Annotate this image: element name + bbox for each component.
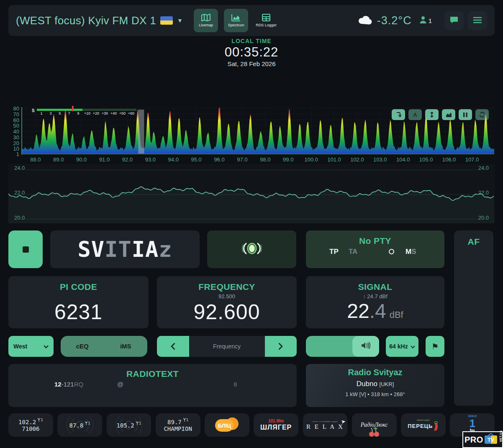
perets-logo: смачне радіоПЕРЕЦЬ [408, 419, 439, 431]
station-preset-87.8[interactable]: 87.81 [57, 413, 102, 437]
local-time-widget: LOCAL TIME 00:35:22 Sat, 28 Feb 2026 [0, 38, 503, 67]
tv-icon: TV [483, 433, 498, 446]
spectrum-resize-button[interactable] [425, 109, 439, 120]
ps-name-panel: SVITIAz [50, 230, 200, 268]
server-select[interactable]: (WEST focus) Kyiv FM DX 1 ▼ [16, 14, 183, 27]
menu-button[interactable] [468, 11, 487, 30]
svg-text:TV: TV [488, 437, 494, 443]
station-preset-89.7[interactable]: 89.71CHAMPION [156, 413, 200, 437]
ims-toggle[interactable]: iMS [104, 336, 148, 357]
tx-station-name: Radio Svityaz [306, 368, 444, 377]
signal-peak: ↑ 24.7 dBf [306, 293, 444, 300]
chat-icon [449, 16, 459, 26]
previous-frequency: 92.500 [157, 293, 297, 300]
af-list-panel: AF [454, 230, 493, 406]
livemap-button[interactable]: Livemap [194, 9, 218, 32]
spectrum-refresh-button[interactable] [475, 109, 489, 120]
ps-name: SVITIAz [77, 237, 172, 262]
transmitter-info-panel[interactable]: Radio Svityaz Dubno [UKR] 1 kW [V] ▪ 318… [306, 364, 444, 407]
rds-logger-button[interactable]: RDS Logger [254, 9, 278, 32]
signal-tick-right-24: 24.0 [478, 165, 489, 171]
hamburger-icon [473, 17, 482, 25]
tp-flag: TP [329, 248, 339, 256]
spectrum-toolbar: A [392, 109, 489, 120]
blits-logo: БЛІЦ [214, 417, 239, 433]
radiotext-panel: RADIOTEXT 12-121RQ @ 8 [8, 364, 297, 407]
spectrum-label: Spectrum [228, 23, 244, 27]
local-date-value: Sat, 28 Feb 2026 [0, 60, 503, 67]
station-preset-БЛІЦ[interactable]: БЛІЦ [205, 413, 249, 437]
frequency-input[interactable] [189, 336, 265, 357]
station-preset-РадіоЛюкс[interactable]: РадіоЛюкс [352, 413, 397, 437]
spectrum-pause-button[interactable] [459, 109, 472, 120]
pi-code-value: 6231 [8, 302, 149, 323]
station-preset-ПЕРЕЦЬ[interactable]: смачне радіоПЕРЕЦЬ [401, 413, 446, 437]
signal-tick-left-24: 24.0 [14, 165, 25, 171]
stop-icon [23, 246, 29, 253]
ukraine-flag-icon [160, 16, 173, 25]
header-bar: (WEST focus) Kyiv FM DX 1 ▼ Livemap Spec… [8, 5, 495, 36]
signal-tick-left-22: 22.0 [14, 189, 25, 196]
pi-code-label: PI CODE [8, 282, 149, 292]
s-meter-marker [72, 106, 74, 111]
chat-button[interactable] [444, 11, 464, 30]
temperature-value: -3.2°C [377, 14, 412, 27]
local-time-value: 00:35:22 [0, 45, 503, 60]
listeners-indicator: 1 [419, 16, 432, 25]
table-icon [262, 14, 270, 21]
tx-location: Dubno [UKR] [306, 380, 444, 388]
station-preset-RELAX[interactable]: легке та спокійне радіоR E L A X➤ [303, 413, 348, 437]
weather-widget[interactable]: -3.2°C [358, 14, 412, 27]
station-preset-105.2[interactable]: 105.21 [107, 413, 151, 437]
frequency-label: FREQUENCY [157, 282, 297, 292]
stereo-icon [389, 249, 394, 254]
s-meter: S 13579+10+20+30+40+50+60 [32, 108, 141, 118]
antenna-select[interactable]: West [8, 336, 54, 357]
eq-toggle[interactable]: cEQ [61, 336, 104, 357]
station-preset-102.2[interactable]: 102.2171006 [8, 413, 53, 437]
volume-slider[interactable] [306, 336, 379, 357]
spectrum-button[interactable]: Spectrum [224, 9, 248, 32]
protv-watermark: PRO TV NET.UA [462, 431, 503, 448]
local-time-label: LOCAL TIME [0, 38, 503, 44]
play-stop-button[interactable] [8, 230, 43, 268]
speaker-icon [361, 342, 370, 351]
pty-panel: No PTY TP TA MS [306, 230, 444, 268]
eq-ims-toggle: cEQ iMS [61, 336, 147, 357]
spectrum-fill-toggle-button[interactable] [442, 109, 455, 120]
frequency-up-button[interactable] [265, 336, 297, 357]
chevron-down-icon [44, 343, 49, 350]
s-meter-label: S [32, 108, 35, 113]
pty-value: No PTY [306, 236, 444, 246]
frequency-down-button[interactable] [157, 336, 189, 357]
signal-tick-left-20: 20.0 [14, 215, 25, 221]
s-meter-fill [37, 109, 82, 111]
spectrum-scroll-button[interactable] [392, 109, 405, 120]
spectrum-analyzer[interactable]: 80706050403020101 88.089.090.091.092.093… [8, 105, 495, 165]
flag-button[interactable]: ⚑ [426, 336, 444, 357]
pi-code-panel: PI CODE 6231 [8, 276, 149, 328]
livemap-label: Livemap [199, 23, 213, 27]
station-presets: 102.217100687.81105.2189.71CHAMPIONБЛІЦ1… [8, 413, 495, 437]
frequency-panel: FREQUENCY 92.500 92.600 [157, 276, 297, 328]
station-preset-ШЛЯГЕР[interactable]: 101.9fmШЛЯГЕР [254, 413, 298, 437]
bandwidth-select[interactable]: 64 kHz [386, 336, 418, 357]
radio-lux-logo: РадіоЛюкс [361, 422, 388, 428]
antenna-value: West [13, 343, 27, 350]
listeners-count: 1 [429, 17, 432, 24]
bandwidth-value: 64 kHz [389, 343, 408, 350]
signal-tick-right-22: 22.0 [478, 189, 489, 196]
s-meter-ticks: 13579+10+20+30+40+50+60 [37, 111, 136, 115]
volume-thumb[interactable] [352, 336, 379, 357]
spectrum-autoscale-button[interactable]: A [408, 109, 422, 120]
chevron-down-icon [411, 343, 415, 350]
cloud-icon [358, 15, 373, 26]
af-label: AF [454, 237, 493, 247]
broadcast-signal-icon [240, 240, 264, 259]
relax-logo: легке та спокійне радіоR E L A X➤ [306, 420, 344, 430]
map-icon [201, 14, 210, 21]
protv-net-text: NET.UA [499, 438, 502, 442]
fm-dx-webserver-app: (WEST focus) Kyiv FM DX 1 ▼ Livemap Spec… [0, 0, 503, 448]
user-icon [419, 16, 427, 25]
svg-text:A: A [413, 112, 417, 118]
